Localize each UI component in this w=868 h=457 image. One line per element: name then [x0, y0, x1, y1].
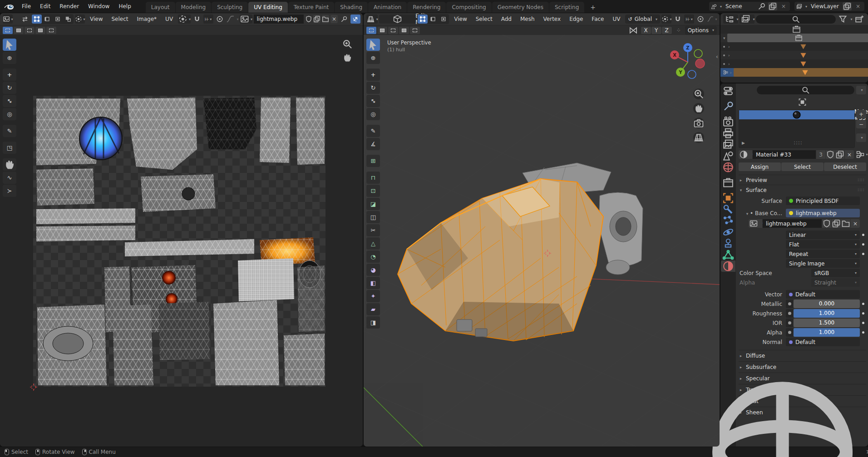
uv-snap-toggle[interactable]	[192, 15, 202, 24]
tab-render[interactable]	[721, 116, 735, 128]
zoom-icon[interactable]	[342, 39, 353, 49]
vp-menu-edge[interactable]: Edge	[566, 14, 587, 24]
mirror-y-toggle[interactable]: Y	[651, 27, 661, 34]
new-image-button[interactable]	[832, 219, 841, 228]
tab-scripting[interactable]: Scripting	[549, 2, 584, 13]
keyframe-dot[interactable]	[862, 234, 864, 236]
snap-toggle[interactable]	[673, 15, 683, 24]
section-diffuse[interactable]: ▸Diffuse	[739, 350, 866, 361]
select-mode-intersect[interactable]	[46, 27, 56, 34]
section-preview[interactable]: ▸Preview ∷∷	[739, 175, 866, 185]
tool-edge-slide[interactable]: ◧	[366, 277, 380, 289]
keyframe-dot[interactable]	[862, 303, 864, 305]
properties-editor-type-button[interactable]	[721, 85, 735, 97]
tool-add-cube[interactable]: ⊞	[366, 155, 380, 167]
roughness-slider[interactable]: 1.000	[794, 309, 860, 318]
properties-search[interactable]	[757, 86, 854, 94]
select-mode-invert[interactable]	[399, 27, 409, 34]
outliner-row-scene-collection[interactable]: Scene Collection	[720, 25, 868, 34]
list-grip[interactable]: ∷∷	[794, 140, 803, 146]
tool-extrude-region[interactable]: ⊓	[366, 172, 380, 184]
tab-view-layer[interactable]	[721, 139, 735, 150]
tab-collection[interactable]	[721, 177, 735, 188]
tab-tool[interactable]	[721, 101, 735, 112]
keyframe-dot[interactable]	[862, 243, 864, 246]
alpha-socket[interactable]	[786, 328, 793, 337]
select-button[interactable]: Select	[781, 162, 824, 171]
tool-shrink-fatten[interactable]: ✦	[366, 290, 380, 302]
keyframe-dot[interactable]	[862, 322, 864, 324]
normal-value-button[interactable]: Default	[786, 338, 860, 346]
transform-orientation-dropdown[interactable]: ↺ Global ▾	[625, 15, 660, 24]
tab-object-data[interactable]	[721, 249, 735, 260]
expand-chevron[interactable]: ›	[728, 62, 730, 66]
expand-chevron[interactable]: ›	[730, 70, 732, 75]
outliner-row-collection[interactable]: ▾ Collection ✓	[720, 34, 868, 42]
uv-select-vertex-button[interactable]	[32, 15, 42, 24]
tool-transform[interactable]: ◎	[366, 108, 380, 120]
source-dropdown[interactable]: Single Image▾	[786, 259, 860, 268]
outliner-row-hull[interactable]: › hull	[720, 68, 868, 77]
proportional-edit-toggle[interactable]	[695, 15, 705, 24]
tool-relax[interactable]: ∿	[3, 172, 16, 184]
tool-annotate[interactable]: ✎	[366, 125, 380, 137]
uv-proportional-edit-toggle[interactable]	[215, 15, 225, 24]
outliner-display-mode-button[interactable]: ▾	[740, 15, 755, 24]
new-image-button[interactable]	[313, 15, 321, 23]
blender-logo-icon[interactable]	[4, 3, 15, 10]
expand-chevron[interactable]: ›	[728, 44, 730, 49]
fake-user-shield-icon[interactable]	[826, 150, 835, 159]
uv-snap-with-button[interactable]: ⊦⊦▾	[203, 15, 213, 24]
menu-file[interactable]: File	[17, 0, 35, 12]
tool-transform[interactable]: ◎	[3, 108, 16, 120]
outliner-row-en-r[interactable]: › en_r	[720, 59, 868, 68]
tool-rip-region[interactable]: ◳	[3, 142, 16, 154]
unlink-image-button[interactable]: ×	[851, 219, 860, 228]
node-tree-icon[interactable]: ▾	[857, 150, 866, 159]
uv-menu-view[interactable]: View	[86, 14, 106, 24]
tab-object[interactable]	[721, 192, 735, 204]
pan-hand-icon[interactable]	[342, 52, 353, 63]
properties-options-button[interactable]: ▾	[856, 86, 866, 94]
section-surface[interactable]: ▾Surface ∷∷	[739, 185, 866, 195]
expand-chevron[interactable]: ›	[728, 53, 730, 58]
tab-layout[interactable]: Layout	[146, 2, 175, 13]
pivot-point-button[interactable]: ▾	[661, 15, 671, 24]
tool-select-box[interactable]	[3, 39, 16, 51]
tab-constraints[interactable]	[721, 238, 735, 249]
tab-physics[interactable]	[721, 226, 735, 238]
tool-rotate[interactable]: ↻	[3, 82, 16, 94]
section-grip[interactable]: ∷∷	[858, 177, 864, 182]
section-grip[interactable]: ∷∷	[858, 187, 864, 192]
new-collection-button[interactable]	[853, 15, 865, 24]
uv-editor-type-button[interactable]: ▾	[3, 15, 13, 24]
material-slot-list[interactable]: Material #33 ▶ ∷∷	[739, 110, 855, 148]
select-vertex-button[interactable]	[418, 15, 428, 24]
vp-menu-view[interactable]: View	[450, 14, 470, 24]
vp-menu-mesh[interactable]: Mesh	[517, 14, 538, 24]
tab-geometry-nodes[interactable]: Geometry Nodes	[492, 2, 549, 13]
delete-view-layer-button[interactable]: ×	[853, 2, 863, 10]
tool-rip-region[interactable]: ◨	[366, 316, 380, 329]
browse-material-button[interactable]: ▾	[739, 150, 752, 159]
uv-image-name-field[interactable]: lightmap.webp	[254, 15, 304, 24]
pin-icon[interactable]	[757, 2, 766, 10]
zoom-icon[interactable]	[693, 88, 704, 99]
delete-scene-button[interactable]: ×	[779, 2, 788, 10]
tool-knife[interactable]: ✂	[366, 224, 380, 236]
list-expand-icon[interactable]: ▶	[742, 141, 745, 145]
uv-menu-select[interactable]: Select	[108, 14, 132, 24]
uv-proportional-falloff-button[interactable]: ▾	[226, 15, 238, 24]
vp-menu-add[interactable]: Add	[498, 14, 515, 24]
pan-hand-icon[interactable]	[693, 103, 704, 114]
network-globe-icon[interactable]	[701, 371, 863, 457]
outliner-filter-button[interactable]: ▾	[837, 15, 852, 24]
snap-individual-icon[interactable]: ⁘	[674, 26, 684, 35]
uv-menu-image[interactable]: Image*	[133, 14, 161, 24]
uv-select-island-button[interactable]	[63, 15, 73, 24]
deselect-button[interactable]: Deselect	[824, 162, 866, 171]
tool-shear[interactable]: ▰	[366, 303, 380, 315]
tool-pinch[interactable]: ≻	[3, 185, 16, 197]
select-mode-set[interactable]	[366, 27, 376, 34]
select-mode-subtract[interactable]	[388, 27, 398, 34]
